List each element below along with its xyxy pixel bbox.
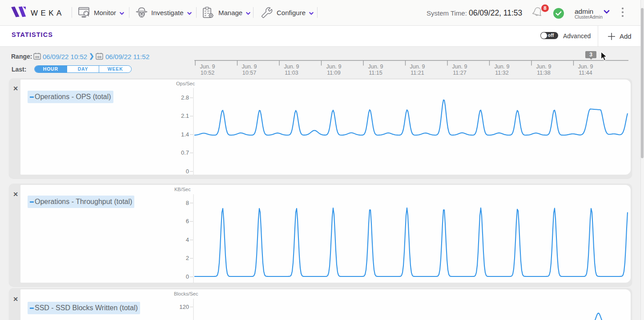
svg-text:09: 09 [35,55,39,59]
svg-text:09: 09 [97,55,101,59]
